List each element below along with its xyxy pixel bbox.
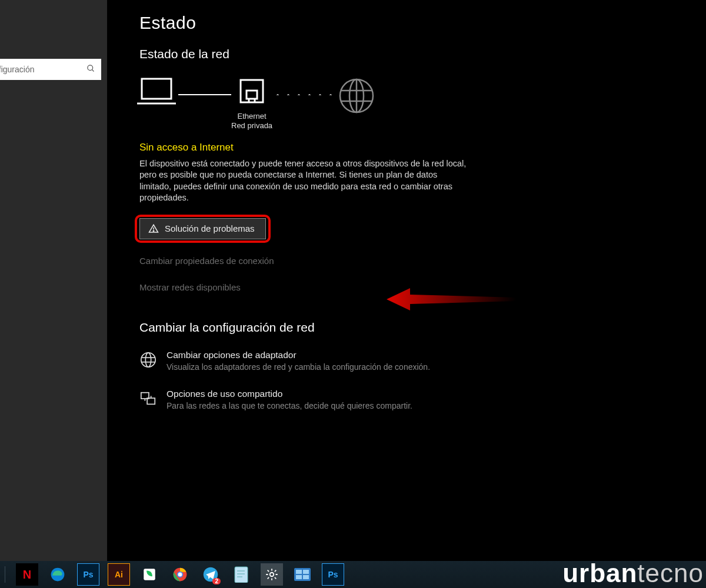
taskbar-control-panel[interactable]	[291, 563, 314, 586]
taskbar-evernote[interactable]	[138, 563, 161, 586]
laptop-icon	[135, 74, 178, 108]
svg-point-14	[153, 230, 154, 232]
taskbar-photoshop[interactable]: Ps	[77, 563, 99, 586]
badge: 2	[212, 578, 221, 584]
taskbar-illustrator[interactable]: Ai	[108, 563, 130, 586]
svg-rect-39	[303, 575, 309, 579]
svg-rect-30	[235, 567, 248, 583]
network-status-heading: Estado de la red	[139, 47, 685, 61]
taskbar-settings[interactable]	[261, 563, 283, 586]
solid-line	[178, 94, 231, 95]
taskbar-notepad[interactable]	[230, 563, 252, 586]
settings-main: Estado Estado de la red Ethernet Red pri…	[107, 0, 706, 588]
change-connection-properties-link[interactable]: Cambiar propiedades de conexión	[139, 256, 685, 266]
svg-line-1	[92, 69, 94, 71]
ethernet-sublabel: Red privada	[231, 121, 272, 131]
network-diagram: Ethernet Red privada	[135, 74, 685, 131]
search-icon	[86, 64, 95, 75]
svg-point-16	[141, 353, 155, 367]
taskbar-telegram[interactable]: 2	[199, 563, 222, 586]
warning-icon	[148, 223, 159, 234]
taskbar-chrome[interactable]	[169, 563, 191, 586]
option-title: Opciones de uso compartido	[166, 389, 412, 399]
adapter-options-item[interactable]: Cambiar opciones de adaptador Visualiza …	[139, 350, 516, 372]
dotted-line	[272, 94, 337, 95]
sharing-options-item[interactable]: Opciones de uso compartido Para las rede…	[139, 389, 516, 411]
show-available-networks-link[interactable]: Mostrar redes disponibles	[139, 282, 685, 292]
globe-icon	[139, 351, 157, 369]
option-desc: Para las redes a las que te conectas, de…	[166, 400, 412, 411]
svg-rect-37	[303, 570, 309, 574]
svg-point-0	[88, 65, 93, 71]
option-title: Cambiar opciones de adaptador	[166, 350, 430, 360]
svg-point-28	[178, 573, 182, 577]
svg-point-17	[145, 353, 151, 367]
search-input[interactable]: nfiguración	[0, 59, 101, 80]
no-internet-text: El dispositivo está conectado y puede te…	[139, 158, 469, 204]
settings-sidebar: nfiguración	[0, 0, 107, 588]
svg-point-34	[270, 573, 274, 577]
taskbar-photoshop-2[interactable]: Ps	[322, 563, 344, 586]
no-internet-title: Sin acceso a Internet	[139, 142, 685, 153]
taskbar-netflix[interactable]: N	[16, 563, 38, 586]
svg-rect-36	[296, 570, 302, 574]
change-network-settings-heading: Cambiar la configuración de red	[139, 320, 685, 335]
sharing-icon	[139, 390, 157, 407]
watermark: urbantecno	[562, 559, 704, 588]
option-desc: Visualiza los adaptadores de red y cambi…	[166, 362, 430, 372]
ethernet-label: Ethernet	[231, 112, 272, 121]
taskbar-divider	[5, 566, 5, 583]
svg-rect-2	[142, 79, 171, 99]
troubleshoot-label: Solución de problemas	[165, 223, 255, 233]
svg-rect-5	[247, 91, 257, 99]
globe-icon	[337, 76, 376, 115]
svg-rect-38	[296, 575, 302, 579]
search-placeholder: nfiguración	[0, 65, 35, 74]
taskbar-edge[interactable]	[46, 563, 69, 586]
ethernet-icon: Ethernet Red privada	[231, 74, 272, 131]
troubleshoot-button[interactable]: Solución de problemas	[139, 218, 266, 239]
page-title: Estado	[139, 13, 685, 33]
